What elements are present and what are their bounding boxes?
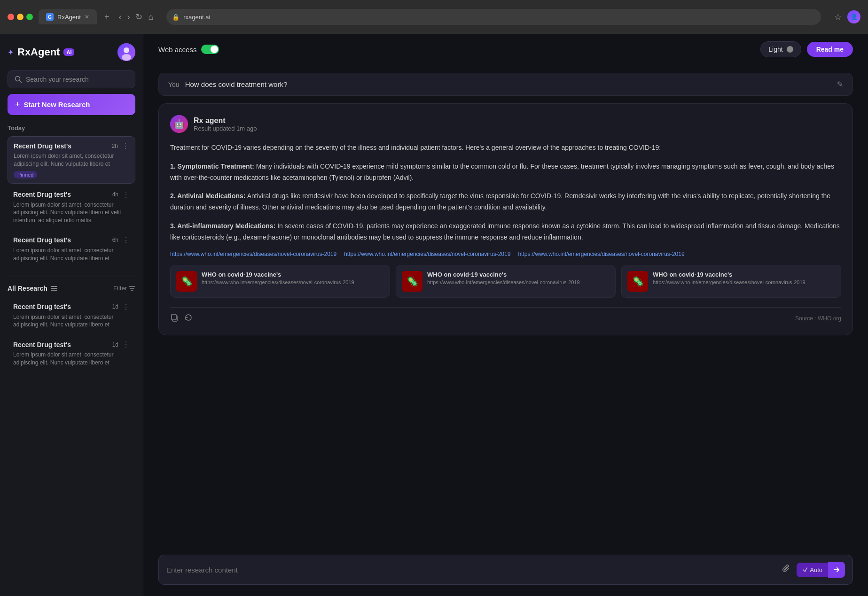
agent-avatar: 🤖: [170, 115, 188, 133]
sidebar: ✦ RxAgent AI: [0, 34, 143, 596]
svg-rect-11: [172, 314, 176, 320]
agent-status: Result updated 1m ago: [194, 125, 257, 132]
source-card-title: WHO on covid-19 vaccine's: [653, 271, 835, 278]
address-bar[interactable]: 🔒 rxagent.ai: [166, 9, 821, 25]
sidebar-header: ✦ RxAgent AI: [8, 43, 135, 61]
filter-button[interactable]: Filter: [113, 285, 135, 292]
research-item-desc: Lorem ipsum dolor sit amet, consectetur …: [13, 247, 130, 263]
response-point-1: 1. Symptomatic Treatment: Many individua…: [170, 161, 841, 184]
tab-close-button[interactable]: ✕: [85, 14, 89, 20]
divider: [8, 277, 135, 277]
research-item-title: Recent Drug test's: [13, 303, 71, 310]
research-item-header: Recent Drug test's 1d ⋮: [13, 302, 130, 311]
browser-window-controls: [8, 14, 33, 20]
source-links: https://www.who.int/emergencies/diseases…: [170, 251, 841, 257]
source-card-info: WHO on covid-19 vaccine's https://www.wh…: [427, 271, 610, 286]
footer-action-buttons: [170, 313, 193, 324]
light-mode-button[interactable]: Light: [760, 41, 801, 57]
agent-name-text: Rx agent: [194, 116, 257, 125]
more-options-icon[interactable]: ⋮: [122, 340, 130, 349]
maximize-window-button[interactable]: [26, 14, 33, 20]
web-access-toggle[interactable]: [201, 45, 219, 54]
source-card-thumbnail: 🦠: [627, 271, 648, 292]
new-research-label: Start New Research: [24, 101, 90, 108]
research-item-header: Recent Drug test's 6h ⋮: [13, 236, 130, 245]
bookmark-icon[interactable]: ☆: [834, 12, 842, 22]
light-toggle-dot: [787, 46, 793, 53]
svg-rect-7: [51, 290, 57, 291]
new-research-button[interactable]: + Start New Research: [8, 94, 135, 115]
source-card-title: WHO on covid-19 vaccine's: [202, 271, 384, 278]
read-me-button[interactable]: Read me: [807, 42, 853, 57]
response-intro: Treatment for COVID-19 varies depending …: [170, 142, 841, 154]
research-item-time: 2h: [112, 143, 118, 149]
search-placeholder-text: Search your research: [26, 76, 89, 83]
question-left: You How does covid treatment work?: [168, 80, 287, 88]
profile-avatar[interactable]: 👤: [847, 10, 860, 23]
browser-chrome: G RxAgent ✕ + ‹ › ↻ ⌂ 🔒 rxagent.ai ☆ 👤: [0, 0, 868, 34]
home-button[interactable]: ⌂: [148, 12, 153, 22]
research-item[interactable]: Recent Drug test's 1d ⋮ Lorem ipsum dolo…: [8, 298, 135, 334]
attach-button[interactable]: [782, 564, 791, 576]
more-options-icon[interactable]: ⋮: [122, 141, 129, 150]
copy-button[interactable]: [170, 313, 179, 324]
source-link-3[interactable]: https://www.who.int/emergencies/diseases…: [518, 251, 684, 257]
source-card-2[interactable]: 🦠 WHO on covid-19 vaccine's https://www.…: [396, 265, 616, 298]
new-tab-button[interactable]: +: [104, 12, 109, 22]
research-item[interactable]: Recent Drug test's 1d ⋮ Lorem ipsum dolo…: [8, 335, 135, 372]
research-item[interactable]: Recent Drug test's 2h ⋮ Lorem ipsum dolo…: [8, 136, 135, 184]
refresh-button[interactable]: [184, 313, 193, 324]
svg-rect-6: [51, 288, 57, 289]
browser-action-buttons: ☆ 👤: [834, 10, 860, 23]
send-button[interactable]: [828, 562, 845, 578]
input-area: Auto: [143, 547, 868, 596]
source-link-1[interactable]: https://www.who.int/emergencies/diseases…: [170, 251, 336, 257]
svg-point-1: [124, 47, 129, 53]
source-credit: Source : WHO org: [795, 315, 841, 322]
pinned-badge: Pinned: [14, 171, 37, 178]
research-item-title: Recent Drug test's: [13, 341, 71, 348]
source-card-thumbnail: 🦠: [176, 271, 197, 292]
research-input[interactable]: [166, 566, 776, 574]
browser-nav-controls: ‹ › ↻ ⌂: [118, 12, 153, 22]
reload-button[interactable]: ↻: [135, 12, 142, 22]
edit-icon[interactable]: ✎: [837, 80, 843, 89]
research-item-time: 1d: [112, 341, 118, 348]
svg-text:🤖: 🤖: [174, 119, 185, 129]
agent-header: 🤖 Rx agent Result updated 1m ago: [170, 115, 841, 133]
search-icon: [15, 76, 22, 83]
source-link-2[interactable]: https://www.who.int/emergencies/diseases…: [344, 251, 510, 257]
research-item-time: 1d: [112, 303, 118, 310]
close-window-button[interactable]: [8, 14, 14, 20]
chat-area[interactable]: You How does covid treatment work? ✎: [143, 65, 868, 547]
search-box[interactable]: Search your research: [8, 70, 135, 88]
ai-badge: AI: [63, 48, 74, 56]
question-text: How does covid treatment work?: [185, 80, 288, 88]
user-avatar[interactable]: [117, 43, 135, 61]
minimize-window-button[interactable]: [17, 14, 23, 20]
browser-tab[interactable]: G RxAgent ✕: [39, 9, 97, 24]
lock-icon: 🔒: [172, 14, 180, 21]
filter-label: Filter: [113, 285, 127, 292]
auto-button[interactable]: Auto: [797, 563, 828, 577]
research-item[interactable]: Recent Drug test's 4h ⋮ Lorem ipsum dolo…: [8, 186, 135, 229]
more-options-icon[interactable]: ⋮: [122, 236, 130, 245]
header-actions: Light Read me: [760, 41, 853, 57]
forward-button[interactable]: ›: [127, 12, 130, 22]
tab-favicon: G: [46, 13, 54, 21]
source-card-1[interactable]: 🦠 WHO on covid-19 vaccine's https://www.…: [170, 265, 390, 298]
user-label: You: [168, 81, 180, 88]
agent-info: Rx agent Result updated 1m ago: [194, 116, 257, 132]
web-access-area: Web access: [158, 45, 219, 54]
back-button[interactable]: ‹: [118, 12, 121, 22]
source-card-info: WHO on covid-19 vaccine's https://www.wh…: [653, 271, 835, 286]
source-cards: 🦠 WHO on covid-19 vaccine's https://www.…: [170, 265, 841, 298]
agent-response: 🤖 Rx agent Result updated 1m ago Treatme…: [158, 103, 853, 335]
research-item[interactable]: Recent Drug test's 6h ⋮ Lorem ipsum dolo…: [8, 231, 135, 267]
source-card-3[interactable]: 🦠 WHO on covid-19 vaccine's https://www.…: [621, 265, 841, 298]
more-options-icon[interactable]: ⋮: [122, 302, 130, 311]
plus-icon: +: [15, 100, 20, 109]
source-card-url: https://www.who.int/emergencies/diseases…: [653, 279, 835, 286]
main-content: Web access Light Read me You How does co…: [143, 34, 868, 596]
more-options-icon[interactable]: ⋮: [122, 190, 130, 199]
